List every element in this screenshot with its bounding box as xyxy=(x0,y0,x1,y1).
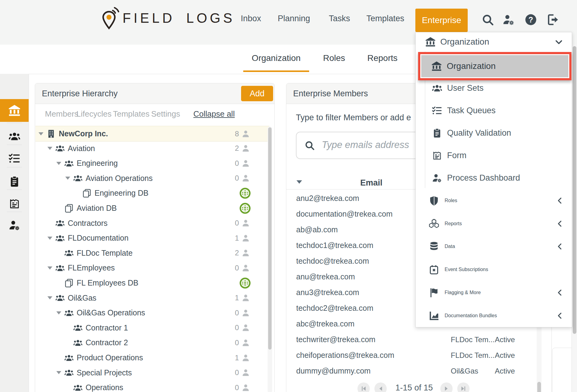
menu-organization-header[interactable]: Organization xyxy=(416,32,571,51)
menu-section-reports[interactable]: Reports xyxy=(416,213,571,234)
user-settings-icon[interactable] xyxy=(502,13,515,26)
tree-row[interactable]: Engineering0 xyxy=(35,156,269,171)
menu-item-label: Form xyxy=(447,151,466,160)
member-count-badge: 0 xyxy=(235,219,250,227)
last-page-icon[interactable] xyxy=(457,382,470,392)
member-row[interactable]: cheifoperations@trekea.comFLDoc Tem...Ac… xyxy=(287,347,537,363)
signout-icon xyxy=(547,14,559,26)
nav-planning[interactable]: Planning xyxy=(278,14,310,23)
menu-item-user-sets[interactable]: User Sets xyxy=(416,77,571,99)
collapse-all-link[interactable]: Collapse all xyxy=(193,109,235,119)
sidebar-item-organization[interactable] xyxy=(0,99,29,122)
first-page-icon[interactable] xyxy=(357,382,370,392)
checklist-icon xyxy=(9,153,20,164)
tree-row[interactable]: Oil&Gas Operations0 xyxy=(35,305,269,320)
member-count-badge: 1 xyxy=(235,234,250,242)
caret-slot xyxy=(47,266,55,270)
tree-row[interactable]: Product Operations1 xyxy=(35,350,269,365)
tree-caret-icon[interactable] xyxy=(47,237,52,240)
tree-caret-icon[interactable] xyxy=(56,311,61,314)
tree-row[interactable]: Aviation2 xyxy=(35,141,269,156)
tree-row[interactable]: NewCorp Inc.8 xyxy=(35,126,269,142)
member-count-badge: 1 xyxy=(235,294,250,302)
member-count-badge: 8 xyxy=(235,130,250,138)
tree-row[interactable]: Operations0 xyxy=(35,380,269,392)
tree-caret-icon[interactable] xyxy=(47,147,52,150)
menu-item-quality-validation[interactable]: Quality Validation xyxy=(416,122,571,144)
users-icon xyxy=(55,263,65,273)
person-icon xyxy=(241,159,250,168)
menu-item-label: Process Dashboard xyxy=(447,173,520,183)
tab-reports[interactable]: Reports xyxy=(363,53,401,63)
hierarchy-tab-settings[interactable]: Settings xyxy=(151,109,180,119)
add-button[interactable]: Add xyxy=(241,86,273,101)
nav-tasks[interactable]: Tasks xyxy=(329,14,350,23)
menu-item-form[interactable]: Form xyxy=(416,145,571,166)
member-count: 1 xyxy=(235,234,239,242)
member-email: abc@trekea.com xyxy=(296,319,354,328)
tree-caret-icon[interactable] xyxy=(47,266,52,270)
sidebar-item-process-dashboard[interactable] xyxy=(0,214,29,237)
menu-section-documentation-bundles[interactable]: Documentation Bundles xyxy=(416,305,571,326)
member-count-badge: 0 xyxy=(235,174,250,182)
member-user-set: Oil&Gas xyxy=(451,367,478,375)
help-icon[interactable] xyxy=(524,13,538,26)
tree-row[interactable]: Contractors0 xyxy=(35,216,269,231)
tree-caret-icon[interactable] xyxy=(56,162,61,165)
logout-icon[interactable] xyxy=(546,13,560,26)
hierarchy-tab-lifecycles[interactable]: Lifecycles xyxy=(76,109,111,119)
menu-item-task-queues[interactable]: Task Queues xyxy=(416,100,571,121)
tree-caret-icon[interactable] xyxy=(47,296,52,299)
menu-section-roles[interactable]: Roles xyxy=(416,190,571,211)
member-email: techdoc2@trekea.com xyxy=(296,304,373,313)
email-column-header[interactable]: Email xyxy=(347,178,396,188)
member-count-badge: 0 xyxy=(235,338,250,347)
tree-row[interactable]: Oil&Gas1 xyxy=(35,290,269,306)
hierarchy-panel-header: Enterprise Hierarchy xyxy=(35,83,274,104)
tree-row[interactable]: Special Projects0 xyxy=(35,365,269,380)
member-row[interactable]: dummy@dummy.comOil&GasActive xyxy=(287,363,537,379)
tree-row[interactable]: FLDocumentation1 xyxy=(35,230,269,246)
menu-section-event-subscriptions[interactable]: Event Subscriptions xyxy=(416,259,571,280)
tab-roles[interactable]: Roles xyxy=(319,53,349,63)
nav-enterprise-button[interactable]: Enterprise xyxy=(415,9,468,32)
page-scrollbar-thumb[interactable] xyxy=(573,46,576,334)
menu-item-organization[interactable]: Organization xyxy=(420,54,569,78)
copy-icon xyxy=(64,204,74,213)
hierarchy-tab-members[interactable]: Members xyxy=(45,109,78,119)
nav-inbox[interactable]: Inbox xyxy=(241,14,261,23)
sidebar-item-task-queues[interactable] xyxy=(0,147,29,170)
tab-organization[interactable]: Organization xyxy=(245,53,307,63)
page-scrollbar[interactable] xyxy=(571,45,577,392)
tree-row[interactable]: Contractor 20 xyxy=(35,335,269,350)
tree-row[interactable]: Contractor 10 xyxy=(35,320,269,335)
tree-row[interactable]: FLEmployees0 xyxy=(35,260,269,275)
menu-item-process-dashboard[interactable]: Process Dashboard xyxy=(416,167,571,189)
person-icon xyxy=(241,264,250,272)
caret-slot xyxy=(47,296,55,299)
search-icon[interactable] xyxy=(481,13,494,26)
tree-row[interactable]: FL Employees DB xyxy=(35,275,269,290)
menu-section-flagging-more[interactable]: Flagging & More xyxy=(416,282,571,303)
tree-row[interactable]: Aviation DB xyxy=(35,201,269,216)
tree-scrollbar[interactable] xyxy=(268,126,272,392)
hierarchy-tab-templates[interactable]: Templates xyxy=(113,109,150,119)
users-icon xyxy=(73,338,83,347)
member-row[interactable]: techwriter@trekea.comFLDoc Tem...Active xyxy=(287,332,537,347)
sort-caret-icon[interactable] xyxy=(297,180,302,184)
tree-scrollbar-thumb[interactable] xyxy=(268,127,272,350)
tree-caret-icon[interactable] xyxy=(56,371,61,374)
tree-row[interactable]: FLDoc Template2 xyxy=(35,246,269,261)
tree-caret-icon[interactable] xyxy=(65,177,70,180)
sidebar-item-user-sets[interactable] xyxy=(0,125,29,148)
globe-icon xyxy=(239,187,251,199)
tree-row[interactable]: Aviation Operations0 xyxy=(35,171,269,186)
nav-templates[interactable]: Templates xyxy=(366,14,404,23)
menu-section-data[interactable]: Data xyxy=(416,236,571,257)
flag-icon xyxy=(429,287,439,298)
member-count-badge: 2 xyxy=(235,249,250,257)
tree-row[interactable]: Engineering DB xyxy=(35,186,269,201)
member-count-badge: 0 xyxy=(235,383,250,392)
tree-caret-icon[interactable] xyxy=(38,132,43,135)
members-scrollbar-thumb[interactable] xyxy=(537,382,541,392)
